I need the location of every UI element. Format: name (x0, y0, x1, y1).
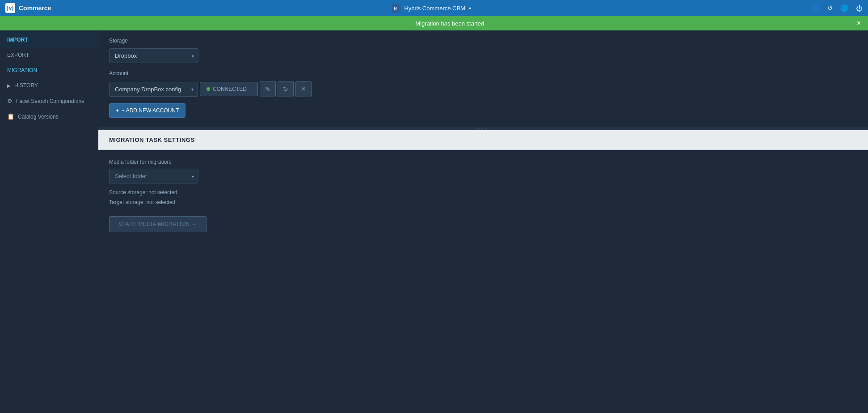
sidebar-item-migration[interactable]: MIGRATION (0, 63, 98, 78)
add-icon: + (116, 107, 119, 114)
delete-icon: ✕ (301, 86, 306, 92)
sidebar-item-import-label: IMPORT (7, 37, 28, 43)
account-label: Account (109, 70, 857, 77)
notification-bar: Migration has been started × (0, 16, 868, 30)
notification-message: Migration has been started (43, 20, 857, 27)
globe-icon[interactable]: 🌐 (840, 4, 849, 12)
facet-search-icon: ⚙ (7, 98, 13, 104)
add-new-account-button[interactable]: + + ADD NEW ACCOUNT (109, 103, 185, 118)
app-logo-icon: [v] (5, 3, 15, 13)
delete-account-button[interactable]: ✕ (295, 81, 312, 97)
sidebar-item-migration-label: MIGRATION (7, 67, 37, 73)
app-branding: [v] Commerce (5, 3, 51, 13)
cbm-selector[interactable]: H Hybris Commerce CBM ▾ (392, 4, 471, 13)
history-nav-icon[interactable]: ↺ (827, 4, 833, 12)
media-folder-label: Media folder for migration: (109, 159, 857, 165)
content-area: Storage Dropbox Google Drive S3 Azure ▾ … (98, 30, 868, 413)
sidebar-item-import[interactable]: IMPORT (0, 32, 98, 47)
storage-label: Storage (109, 38, 857, 44)
storage-section: Storage Dropbox Google Drive S3 Azure ▾ … (98, 30, 868, 127)
start-button-label: START MEDIA MIGRATION → (118, 221, 197, 227)
sidebar-item-history[interactable]: ▶ HISTORY (0, 78, 98, 93)
top-nav-actions: 👤 ↺ 🌐 ⏻ (812, 4, 863, 12)
account-dropdown[interactable]: Company DropBox config (109, 82, 198, 97)
svg-text:H: H (394, 6, 397, 11)
top-nav: [v] Commerce H Hybris Commerce CBM ▾ 👤 ↺… (0, 0, 868, 16)
folder-dropdown[interactable]: Select folder (109, 169, 198, 183)
connected-status-dot (206, 87, 210, 91)
sidebar-item-catalog-label: Catalog Versions (18, 114, 59, 120)
resize-handle[interactable]: • • • (98, 127, 868, 130)
storage-dropdown-container: Dropbox Google Drive S3 Azure ▾ (109, 48, 198, 63)
sidebar-item-facet-label: Facet Search Configurations (16, 98, 84, 104)
migration-task-body: Media folder for migration: Select folde… (98, 150, 868, 413)
add-account-label: + ADD NEW ACCOUNT (122, 107, 179, 114)
refresh-icon: ↻ (283, 85, 288, 93)
target-storage-text: Target storage: not selected (109, 198, 857, 208)
cbm-label: Hybris Commerce CBM (404, 5, 465, 12)
main-layout: IMPORT EXPORT MIGRATION ▶ HISTORY ⚙ Face… (0, 30, 868, 413)
edit-account-button[interactable]: ✎ (260, 81, 276, 97)
power-icon[interactable]: ⏻ (856, 4, 863, 12)
source-storage-text: Source storage: not selected (109, 188, 857, 198)
cbm-icon: H (392, 4, 400, 13)
start-media-migration-button[interactable]: START MEDIA MIGRATION → (109, 216, 206, 232)
migration-task-header: MIGRATION TASK SETTINGS (98, 130, 868, 150)
sidebar-item-facet-search[interactable]: ⚙ Facet Search Configurations (0, 93, 98, 109)
storage-dropdown[interactable]: Dropbox Google Drive S3 Azure (109, 48, 198, 63)
catalog-icon: 📋 (7, 113, 14, 120)
migration-task-title: MIGRATION TASK SETTINGS (109, 136, 195, 143)
sidebar: IMPORT EXPORT MIGRATION ▶ HISTORY ⚙ Face… (0, 30, 98, 413)
sidebar-item-export[interactable]: EXPORT (0, 47, 98, 63)
app-name: Commerce (19, 4, 51, 12)
history-arrow-icon: ▶ (7, 83, 11, 88)
connected-label: CONNECTED (213, 86, 247, 92)
cbm-chevron-icon: ▾ (469, 6, 471, 11)
sidebar-item-export-label: EXPORT (7, 52, 29, 58)
user-icon[interactable]: 👤 (812, 4, 820, 12)
sidebar-item-catalog-versions[interactable]: 📋 Catalog Versions (0, 109, 98, 124)
connected-button[interactable]: CONNECTED (200, 82, 258, 96)
source-storage-status: Source storage: not selected Target stor… (109, 188, 857, 207)
refresh-account-button[interactable]: ↻ (278, 81, 294, 97)
edit-icon: ✎ (265, 85, 270, 93)
notification-close-button[interactable]: × (857, 19, 861, 27)
account-dropdown-container: Company DropBox config ▾ (109, 82, 198, 97)
sidebar-item-history-label: HISTORY (14, 82, 38, 89)
account-row: Company DropBox config ▾ CONNECTED ✎ ↻ (109, 81, 857, 97)
folder-dropdown-container: Select folder ▾ (109, 169, 198, 183)
